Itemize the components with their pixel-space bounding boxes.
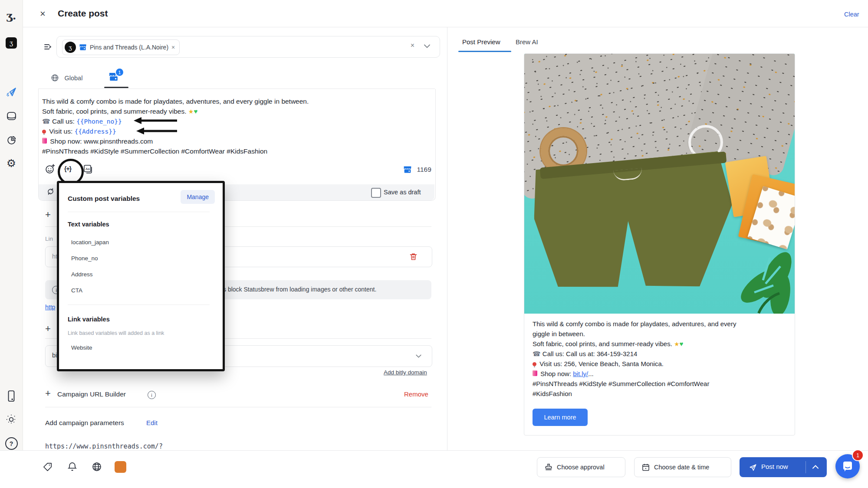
- post-image: [524, 54, 795, 314]
- globe-icon: [51, 74, 59, 82]
- manage-variables-button[interactable]: Manage: [181, 190, 215, 204]
- profile-chip-label: Pins and Threads (L.A.Noire): [90, 44, 168, 51]
- button-divider: [806, 461, 806, 473]
- tab-post-preview[interactable]: Post Preview: [462, 38, 500, 46]
- compose-icon[interactable]: [0, 86, 23, 98]
- tab-brew-ai[interactable]: Brew AI: [516, 38, 538, 46]
- preview-line: giggle in between.: [533, 330, 585, 337]
- save-draft-label: Save as draft: [384, 189, 421, 196]
- variable-item[interactable]: Address: [71, 271, 93, 278]
- annotation-arrow: [135, 127, 178, 135]
- bell-icon[interactable]: [67, 462, 77, 472]
- preview-line: #KidsFashion: [533, 390, 572, 397]
- sparkle-emoji: ★: [674, 341, 680, 347]
- variable-item[interactable]: Phone_no: [71, 255, 98, 262]
- preview-line: Shop now: bit.ly/...: [533, 370, 594, 377]
- tab-facebook-channel[interactable]: 1: [108, 72, 119, 82]
- preview-line: #PinsNThreads #KidStyle #SummerCollectio…: [533, 380, 709, 387]
- campaign-url-preview: https://www.pinsnthreads.com/?: [45, 440, 306, 449]
- green-heart-emoji: ♥: [194, 108, 197, 115]
- link-variables-heading: Link variables: [68, 316, 110, 323]
- select-clear-icon[interactable]: ×: [411, 42, 414, 49]
- link-field-label: Lin: [45, 236, 53, 242]
- tab-global-label: Global: [64, 75, 82, 82]
- profile-select[interactable]: ʒ Pins and Threads (L.A.Noire) × ×: [56, 36, 440, 58]
- add-content-button[interactable]: +: [45, 209, 51, 220]
- link-preview-anchor[interactable]: http: [45, 304, 55, 311]
- phone-emoji: ☎: [42, 118, 50, 125]
- phone-emoji: ☎: [533, 350, 541, 357]
- choose-approval-button[interactable]: Choose approval: [537, 457, 625, 477]
- link-variables-description: Link based variables will added as a lin…: [68, 330, 164, 336]
- color-swatch[interactable]: [115, 461, 126, 473]
- editor-line: Shop now: www.pinsnthreads.com: [42, 138, 153, 145]
- svg-text:Aa: Aa: [85, 167, 90, 171]
- preview-line: This wild & comfy combo is made for play…: [533, 320, 736, 328]
- campaign-params-edit[interactable]: Edit: [146, 419, 158, 426]
- campaign-builder-expand[interactable]: +: [45, 388, 51, 399]
- notification-badge: 1: [852, 449, 864, 461]
- tab-global[interactable]: Global: [51, 74, 82, 82]
- collapse-panel-icon[interactable]: [43, 43, 52, 51]
- choose-date-time-button[interactable]: Choose date & time: [634, 457, 731, 477]
- campaign-params-label: Add campaign parameters: [45, 419, 124, 427]
- save-draft-checkbox[interactable]: [371, 188, 381, 198]
- help-icon[interactable]: ?: [0, 437, 23, 450]
- emoji-picker-icon[interactable]: [45, 164, 56, 174]
- inbox-icon[interactable]: [0, 111, 23, 121]
- media-icon[interactable]: Aa: [83, 164, 93, 174]
- preview-line: Soft fabric, cool prints, and summer-rea…: [533, 340, 683, 347]
- close-icon[interactable]: ×: [40, 8, 46, 20]
- campaign-builder-label[interactable]: Campaign URL Builder: [57, 390, 126, 398]
- workspace-icon[interactable]: ʒ: [0, 37, 23, 49]
- chevron-up-icon[interactable]: [812, 465, 819, 469]
- editor-line: ☎ Call us: {{Phone_no}}: [42, 118, 122, 125]
- calendar-icon: [641, 463, 650, 472]
- globe-icon[interactable]: [92, 462, 102, 472]
- bitly-link[interactable]: bit.ly/: [573, 370, 588, 377]
- editor-line: #PinsNThreads #KidStyle #SummerCollectio…: [42, 147, 267, 155]
- brand-logo: ʒ.: [0, 10, 23, 22]
- variable-item[interactable]: location_japan: [71, 239, 109, 246]
- popup-title: Custom post variables: [68, 195, 140, 203]
- chevron-down-icon: [416, 354, 421, 358]
- theme-sun-icon[interactable]: [0, 414, 23, 425]
- chevron-down-icon[interactable]: [424, 44, 430, 48]
- profile-chip[interactable]: ʒ Pins and Threads (L.A.Noire) ×: [62, 39, 180, 55]
- variable-item[interactable]: CTA: [71, 287, 82, 294]
- clear-button[interactable]: Clear: [844, 11, 859, 18]
- chat-icon: [842, 460, 854, 472]
- warning-text: s block Statusbrew from loading images o…: [223, 286, 376, 293]
- add-bitly-link[interactable]: Add bitly domain: [384, 369, 427, 376]
- shopping-bag-emoji: [533, 370, 537, 376]
- text-variables-heading: Text variables: [68, 221, 109, 228]
- post-now-button[interactable]: Post now: [740, 457, 827, 477]
- trash-icon[interactable]: [409, 252, 418, 261]
- annotation-arrow: [133, 116, 178, 125]
- chip-remove-icon[interactable]: ×: [171, 44, 175, 51]
- facebook-page-icon: [79, 43, 87, 51]
- preview-line: Visit us: 256, Venice Beach, Santa Monic…: [533, 360, 664, 367]
- char-count-value: 1169: [417, 166, 431, 173]
- variable-item[interactable]: Website: [71, 344, 92, 351]
- mobile-icon[interactable]: [0, 390, 23, 402]
- pin-emoji: [533, 362, 536, 366]
- pin-emoji: [42, 130, 46, 134]
- analytics-pie-icon[interactable]: [0, 135, 23, 146]
- info-icon[interactable]: i: [148, 391, 156, 399]
- variable-token: {{Address}}: [75, 128, 116, 135]
- green-heart-emoji: ♥: [680, 340, 684, 347]
- learn-more-button[interactable]: Learn more: [533, 409, 588, 426]
- editor-line: Soft fabric, cool prints, and summer-rea…: [42, 108, 197, 115]
- send-icon: [749, 463, 757, 472]
- choose-date-time-label: Choose date & time: [654, 464, 709, 471]
- settings-gear-icon[interactable]: ⚙: [0, 158, 23, 169]
- add-link-button[interactable]: +: [45, 323, 51, 334]
- tag-icon[interactable]: [43, 462, 53, 472]
- preview-line: ☎ Call us: Call us at: 364-159-3214: [533, 350, 637, 358]
- campaign-remove-button[interactable]: Remove: [404, 390, 428, 398]
- sync-icon[interactable]: [46, 187, 55, 196]
- channel-count-badge: 1: [115, 68, 124, 77]
- profile-avatar: ʒ: [65, 42, 76, 53]
- facebook-page-icon: [403, 165, 412, 174]
